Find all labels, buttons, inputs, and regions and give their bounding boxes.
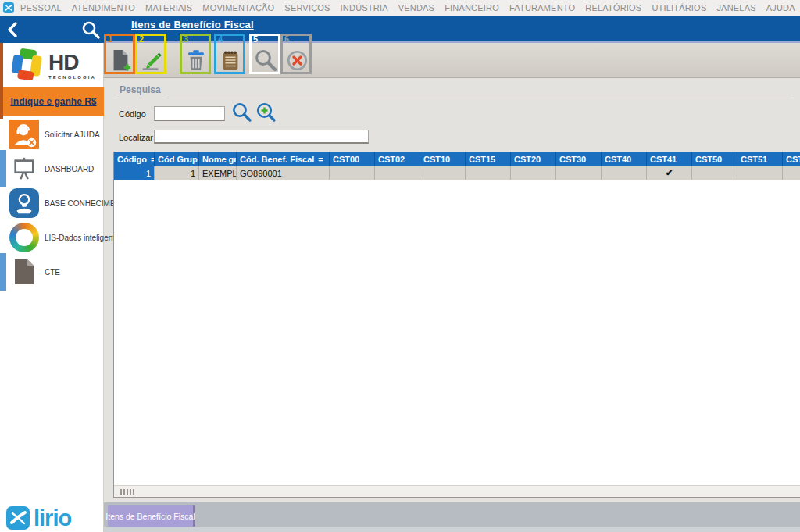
menubar-item-atendimento[interactable]: ATENDIMENTO	[72, 3, 135, 12]
grid-column-header-cst20[interactable]: CST20	[511, 152, 556, 166]
sidebar-item-cte[interactable]: CTE	[0, 255, 104, 289]
taskbar-tab-label: Itens de Benefício Fiscal	[105, 512, 195, 521]
grid-cell[interactable]	[420, 166, 466, 180]
lirio-logo-text: lirio	[34, 507, 71, 530]
app-logo-icon	[3, 2, 14, 13]
grid-cell[interactable]	[738, 166, 783, 180]
menubar-item-ajuda[interactable]: AJUDA	[766, 3, 795, 12]
notes-button[interactable]	[216, 46, 245, 74]
menubar: PESSOALATENDIMENTOMATERIAISMOVIMENTAÇÃOS…	[0, 0, 800, 16]
grid-column-header-codigo[interactable]: Código=	[114, 152, 155, 166]
lirio-logo: lirio	[6, 506, 71, 530]
grid-cell[interactable]	[511, 166, 556, 180]
search-button[interactable]	[252, 46, 280, 74]
app-window: PESSOALATENDIMENTOMATERIAISMOVIMENTAÇÃOS…	[0, 0, 800, 532]
close-circle-icon	[285, 48, 309, 73]
delete-record-button[interactable]	[182, 46, 210, 74]
hd-logo-text: HD	[48, 52, 96, 73]
menubar-item-relatorios[interactable]: RELATÓRIOS	[585, 3, 641, 12]
document-icon	[9, 259, 39, 285]
grid-cell[interactable]	[330, 166, 375, 180]
sidebar-items: Solicitar AJUDA DASHBOARD	[0, 117, 104, 289]
localizar-label: Localizar	[119, 133, 153, 142]
grid-column-header-cst41[interactable]: CST41	[647, 152, 692, 166]
menubar-item-pessoal[interactable]: PESSOAL	[20, 3, 62, 12]
trash-icon	[184, 48, 208, 72]
grid-column-header-cst30[interactable]: CST30	[556, 152, 602, 166]
codigo-label: Código	[119, 109, 146, 119]
scrollbar-thumb[interactable]	[120, 489, 136, 495]
menubar-item-industria[interactable]: INDÚSTRIA	[341, 3, 388, 12]
sidebar-item-solicitar-ajuda[interactable]: Solicitar AJUDA	[0, 117, 104, 152]
dashboard-icon	[9, 156, 39, 181]
grid-column-header-cst02[interactable]: CST02	[375, 152, 420, 166]
menubar-items: PESSOALATENDIMENTOMATERIAISMOVIMENTAÇÃOS…	[20, 3, 800, 12]
sidebar-item-label: DASHBOARD	[45, 165, 94, 173]
grid-cell[interactable]	[692, 166, 738, 180]
grid-cell[interactable]	[602, 166, 647, 180]
knowledge-base-icon	[9, 188, 39, 218]
sidebar-item-label: CTE	[45, 268, 60, 277]
grid-horizontal-scrollbar[interactable]	[114, 485, 800, 497]
support-icon	[9, 120, 39, 149]
sidebar-item-dashboard[interactable]: DASHBOARD	[0, 152, 104, 186]
grid-header-row: Código=Cód GrupoNome gruCód. Benef. Fisc…	[114, 152, 800, 166]
menubar-item-utilitarios[interactable]: UTILITÁRIOS	[652, 3, 706, 12]
grid-column-header-cst10[interactable]: CST10	[420, 152, 466, 166]
grid-cell[interactable]: 1	[155, 166, 199, 180]
grid-cell[interactable]: EXEMPLO	[199, 166, 237, 180]
grid-cell-checkmark[interactable]: ✔	[647, 166, 692, 180]
menubar-item-financeiro[interactable]: FINANCEIRO	[445, 3, 499, 12]
edit-record-button[interactable]	[138, 46, 166, 74]
grid-column-header-nome-gru[interactable]: Nome gru	[199, 152, 237, 166]
new-record-button[interactable]	[106, 46, 134, 74]
sidebar-item-base-conhecimento[interactable]: BASE CONHECIMENTO	[0, 186, 104, 220]
grid-data-row: 11EXEMPLOGO890001✔	[114, 166, 800, 180]
hd-logo: HD TECNOLOGIA	[9, 48, 96, 84]
grid-column-header-cst00[interactable]: CST00	[330, 152, 375, 166]
referral-banner-label: Indique e ganhe R$	[10, 96, 96, 107]
titlebar-search-icon[interactable]	[80, 20, 101, 40]
close-button[interactable]	[283, 46, 311, 74]
grid-cell[interactable]: 1	[114, 166, 155, 180]
back-icon[interactable]	[5, 20, 22, 39]
grid-cell[interactable]	[556, 166, 602, 180]
sidebar-item-label: LIS-Dados inteligentes	[45, 234, 123, 242]
grid-column-header-cst40[interactable]: CST40	[602, 152, 647, 166]
hd-logo-icon	[9, 48, 45, 84]
menubar-item-movimentacao[interactable]: MOVIMENTAÇÃO	[202, 3, 274, 12]
grid-column-header-cod-grupo[interactable]: Cód Grupo	[155, 152, 199, 166]
page-title: Itens de Benefício Fiscal	[131, 19, 254, 30]
lis-ring-icon	[9, 223, 39, 252]
menubar-item-vendas[interactable]: VENDAS	[398, 3, 434, 12]
grid-column-header-cst50[interactable]: CST50	[692, 152, 738, 166]
grid-empty-area	[114, 180, 800, 485]
localizar-input[interactable]	[154, 130, 369, 144]
sidebar-item-lis-dados[interactable]: LIS-Dados inteligentes	[0, 220, 104, 255]
codigo-zoom-in-icon[interactable]	[255, 102, 277, 123]
taskbar-tab-itens-beneficio[interactable]: Itens de Benefício Fiscal	[108, 505, 195, 527]
pesquisa-groupbox-title: Pesquisa	[116, 84, 164, 95]
sidebar-item-label: Solicitar AJUDA	[45, 130, 100, 139]
titlebar: Itens de Benefício Fiscal	[0, 16, 800, 43]
grid-cell[interactable]	[466, 166, 511, 180]
menubar-item-faturamento[interactable]: FATURAMENTO	[509, 3, 575, 12]
grid-column-header-cst51[interactable]: CST51	[738, 152, 783, 166]
codigo-search-icon[interactable]	[231, 102, 252, 123]
grid-column-header-cst[interactable]: CST	[783, 152, 800, 166]
grid-cell[interactable]: GO890001	[237, 166, 330, 180]
magnifier-icon	[253, 48, 278, 73]
grid-cell[interactable]	[783, 166, 800, 180]
codigo-input[interactable]	[154, 106, 225, 121]
grid-column-header-cst15[interactable]: CST15	[466, 152, 511, 166]
grid-column-header-cod-benef-fiscal[interactable]: Cód. Benef. Fiscal=	[237, 152, 330, 166]
menubar-item-janelas[interactable]: JANELAS	[716, 3, 755, 12]
referral-banner[interactable]: Indique e ganhe R$	[3, 87, 104, 116]
notepad-icon	[219, 48, 242, 72]
grid-cell[interactable]	[375, 166, 420, 180]
new-document-icon	[109, 48, 132, 72]
sort-icon: =	[318, 155, 323, 164]
menubar-item-servicos[interactable]: SERVIÇOS	[284, 3, 330, 12]
menubar-item-materiais[interactable]: MATERIAIS	[145, 3, 192, 12]
pesquisa-groupbox-line	[113, 95, 791, 95]
